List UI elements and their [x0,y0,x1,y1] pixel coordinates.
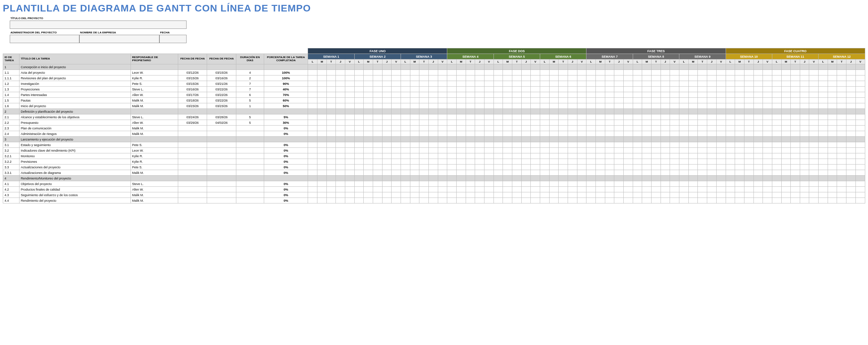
gantt-cell[interactable] [401,87,410,92]
gantt-cell[interactable] [633,181,642,187]
gantt-cell[interactable] [549,120,559,126]
gantt-cell[interactable] [373,165,382,170]
gantt-cell[interactable] [624,159,633,165]
gantt-cell[interactable] [568,131,577,137]
gantt-cell[interactable] [716,70,726,75]
gantt-cell[interactable] [624,103,633,109]
gantt-cell[interactable] [707,120,717,126]
gantt-cell[interactable] [726,159,735,165]
gantt-cell[interactable] [428,165,438,170]
gantt-cell[interactable] [753,198,763,203]
gantt-cell[interactable] [484,103,494,109]
gantt-cell[interactable] [652,142,661,148]
gantt-cell[interactable] [392,165,401,170]
gantt-cell[interactable] [336,170,345,176]
gantt-cell[interactable] [540,70,550,75]
gantt-cell[interactable] [828,131,837,137]
gantt-cell[interactable] [753,70,763,75]
gantt-cell[interactable] [484,187,494,192]
gantt-cell[interactable] [688,187,698,192]
gantt-cell[interactable] [586,92,596,98]
gantt-cell[interactable] [735,153,744,159]
gantt-cell[interactable] [679,192,689,198]
gantt-cell[interactable] [596,75,605,81]
gantt-cell[interactable] [457,81,466,87]
gantt-cell[interactable] [326,198,336,203]
gantt-cell[interactable] [698,81,707,87]
gantt-cell[interactable] [364,170,373,176]
gantt-cell[interactable] [559,92,568,98]
gantt-cell[interactable] [735,98,744,103]
gantt-cell[interactable] [855,181,865,187]
gantt-cell[interactable] [484,126,494,131]
gantt-cell[interactable] [419,103,429,109]
gantt-cell[interactable] [596,148,605,153]
gantt-cell[interactable] [855,114,865,120]
gantt-cell[interactable] [475,81,484,87]
gantt-cell[interactable] [364,198,373,203]
gantt-cell[interactable] [596,170,605,176]
gantt-cell[interactable] [828,75,837,81]
gantt-cell[interactable] [837,170,846,176]
gantt-cell[interactable] [345,87,355,92]
gantt-cell[interactable] [670,198,679,203]
gantt-cell[interactable] [392,181,401,187]
gantt-cell[interactable] [726,75,735,81]
gantt-cell[interactable] [819,87,828,92]
gantt-cell[interactable] [364,120,373,126]
gantt-cell[interactable] [345,187,355,192]
gantt-cell[interactable] [744,120,753,126]
gantt-cell[interactable] [596,81,605,87]
gantt-cell[interactable] [735,92,744,98]
gantt-cell[interactable] [484,198,494,203]
gantt-cell[interactable] [855,75,865,81]
gantt-cell[interactable] [753,170,763,176]
gantt-cell[interactable] [716,126,726,131]
gantt-cell[interactable] [855,187,865,192]
gantt-cell[interactable] [447,120,457,126]
gantt-cell[interactable] [401,81,410,87]
gantt-cell[interactable] [855,87,865,92]
gantt-cell[interactable] [559,192,568,198]
gantt-cell[interactable] [605,142,614,148]
gantt-cell[interactable] [698,87,707,92]
gantt-cell[interactable] [819,92,828,98]
gantt-cell[interactable] [419,98,429,103]
gantt-cell[interactable] [336,126,345,131]
gantt-cell[interactable] [753,192,763,198]
gantt-cell[interactable] [438,87,447,92]
gantt-cell[interactable] [772,198,781,203]
gantt-cell[interactable] [614,120,624,126]
gantt-cell[interactable] [410,98,419,103]
gantt-cell[interactable] [855,98,865,103]
gantt-cell[interactable] [521,98,531,103]
gantt-cell[interactable] [392,103,401,109]
gantt-cell[interactable] [392,142,401,148]
gantt-cell[interactable] [521,103,531,109]
gantt-cell[interactable] [345,114,355,120]
gantt-cell[interactable] [475,114,484,120]
gantt-cell[interactable] [308,114,317,120]
gantt-cell[interactable] [308,120,317,126]
gantt-cell[interactable] [586,70,596,75]
gantt-cell[interactable] [670,120,679,126]
gantt-cell[interactable] [679,103,689,109]
gantt-cell[interactable] [670,131,679,137]
gantt-cell[interactable] [744,75,753,81]
gantt-cell[interactable] [596,98,605,103]
gantt-cell[interactable] [428,98,438,103]
gantt-cell[interactable] [503,75,512,81]
gantt-cell[interactable] [800,81,809,87]
gantt-cell[interactable] [633,81,642,87]
gantt-cell[interactable] [855,126,865,131]
gantt-cell[interactable] [753,120,763,126]
gantt-cell[interactable] [457,131,466,137]
gantt-cell[interactable] [846,98,856,103]
gantt-cell[interactable] [846,192,856,198]
gantt-cell[interactable] [531,126,540,131]
gantt-cell[interactable] [772,153,781,159]
gantt-cell[interactable] [466,81,475,87]
gantt-cell[interactable] [447,87,457,92]
gantt-cell[interactable] [661,142,670,148]
gantt-cell[interactable] [744,87,753,92]
